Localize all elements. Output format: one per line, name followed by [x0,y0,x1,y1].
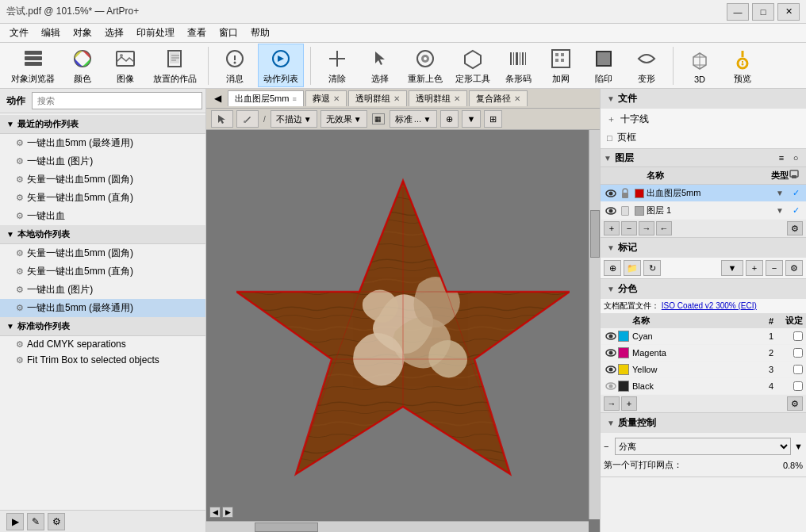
settings-button[interactable]: ⚙ [48,513,65,530]
marks-plus-button[interactable]: + [746,260,763,276]
toolbar-trap[interactable]: 陷印 [584,44,624,86]
marks-minus-button[interactable]: − [766,260,783,276]
horizontal-scroll-thumb[interactable] [255,522,318,532]
sep-profile-link[interactable]: ISO Coated v2 300% (ECI) [662,301,757,310]
tab-close-icon[interactable]: ✕ [333,94,340,103]
quality-section-header[interactable]: ▼ 质量控制 [601,413,806,433]
effects-dropdown[interactable]: 无效果 ▼ [320,110,367,128]
layer-arrow-left-button[interactable]: ← [656,221,672,235]
add-layer-button[interactable]: + [604,221,620,235]
toolbar-select[interactable]: 选择 [360,44,400,86]
marks-folder-button[interactable]: 📁 [624,260,641,276]
layer-print-check[interactable]: ✓ [789,205,803,216]
sep-checkbox[interactable] [793,381,803,391]
section-standard-actions[interactable]: ▼ 标准动作列表 [0,317,205,336]
menu-window[interactable]: 窗口 [213,25,244,41]
tab-compound-path[interactable]: 复合路径 ✕ [469,90,528,106]
pen-tool-button[interactable] [236,110,259,128]
toolbar-color[interactable]: 颜色 [63,44,102,86]
list-item[interactable]: ⚙ 矢量一键出血5mm (圆角) [0,244,205,262]
marks-settings-button[interactable]: ⚙ [785,260,803,276]
menu-file[interactable]: 文件 [3,25,35,41]
list-item[interactable]: ⚙ Fit Trim Box to selected objects [0,352,205,368]
sep-row[interactable]: Black 4 [601,378,806,395]
remove-layer-button[interactable]: − [621,221,637,235]
grid-button[interactable]: ⊞ [484,110,502,128]
sep-arrow-right-button[interactable]: → [604,396,620,411]
toolbar-preview[interactable]: 预览 [723,44,762,86]
toolbar-barcode[interactable]: 条形码 [498,44,538,86]
list-item[interactable]: ⚙ 一键出血 [0,207,205,225]
layer-visibility-toggle[interactable] [604,189,618,197]
list-item[interactable]: ⚙ 一键出血5mm (最终通用) [0,134,205,152]
layer-print-check[interactable]: ✓ [789,188,803,198]
menu-help[interactable]: 帮助 [244,25,276,41]
close-button[interactable]: ✕ [777,3,800,21]
stroke-dropdown[interactable]: 不描边 ▼ [271,110,317,128]
separations-section-header[interactable]: ▼ 分色 [601,279,806,299]
layer-row[interactable]: 图层 1 ▼ ✓ [601,202,806,220]
layer-type-dropdown[interactable]: ▼ [776,189,789,197]
sep-settings-button[interactable]: ⚙ [787,396,803,411]
list-item[interactable]: ⚙ Add CMYK separations [0,336,205,352]
maximize-button[interactable]: □ [752,3,774,21]
marks-add-button[interactable]: ⊕ [604,260,621,276]
search-input[interactable] [32,92,202,109]
minimize-button[interactable]: — [727,3,749,21]
list-item[interactable]: ⚙ 矢量一键出血5mm (直角) [0,262,205,281]
section-local-actions[interactable]: ▼ 本地动作列表 [0,225,205,244]
tab-close-icon[interactable]: ✕ [514,94,520,103]
vertical-scroll-thumb[interactable] [590,210,600,258]
marks-refresh-button[interactable]: ↻ [643,260,661,276]
arrow-tool-button[interactable] [211,110,233,128]
layers-section-header[interactable]: ▼ 图层 ≡ ○ [601,149,806,167]
sep-check-box[interactable] [779,381,803,391]
add-button[interactable]: ⊕ [440,110,459,128]
vertical-scrollbar[interactable] [589,130,600,519]
tab-close-icon[interactable]: ✕ [454,94,460,103]
menu-edit[interactable]: 编辑 [35,25,67,41]
toolbar-messages[interactable]: 消息 [215,44,255,86]
sep-add-button[interactable]: + [621,396,637,411]
toolbar-object-browser[interactable]: 对象浏览器 [6,44,59,86]
nav-right-button[interactable]: ▶ [222,507,233,518]
sep-row[interactable]: Yellow 3 [601,362,806,378]
toolbar-transform[interactable]: 变形 [627,44,666,86]
sep-checkbox[interactable] [793,348,803,358]
sep-checkbox[interactable] [793,365,803,374]
marks-section-header[interactable]: ▼ 标记 [601,238,806,258]
sep-visibility-toggle[interactable] [604,349,618,357]
list-item[interactable]: ⚙ 一键出血 (图片) [0,281,205,299]
layer-type-dropdown[interactable]: ▼ [776,206,789,215]
layer-lock-toggle[interactable] [618,206,632,216]
toolbar-clear[interactable]: 清除 [317,44,357,86]
layers-circle-icon[interactable]: ○ [789,151,803,165]
list-item[interactable]: ⚙ 一键出血5mm (最终通用) [0,299,205,317]
toolbar-screen[interactable]: 加网 [541,44,581,86]
menu-view[interactable]: 查看 [181,25,213,41]
sep-visibility-toggle[interactable] [604,382,618,390]
file-section-header[interactable]: ▼ 文件 [601,89,806,109]
marks-dropdown-button[interactable]: ▼ [721,260,743,276]
menu-prepress[interactable]: 印前处理 [130,25,181,41]
layer-lock-toggle[interactable] [618,188,632,199]
layer-row[interactable]: 出血图层5mm ▼ ✓ [601,185,806,202]
layer-arrow-button[interactable]: → [639,221,654,235]
sep-row[interactable]: Magenta 2 [601,345,806,362]
nav-left-button[interactable]: ◀ [209,507,221,518]
toolbar-image[interactable]: 图像 [106,44,145,86]
sep-visibility-toggle[interactable] [604,332,618,340]
canvas-viewport[interactable]: ◀ ▶ [206,130,600,532]
play-button[interactable]: ▶ [6,513,24,530]
tab-bury[interactable]: 葬退 ✕ [305,90,347,106]
horizontal-scrollbar[interactable] [206,521,589,532]
expand-dropdown[interactable]: ▼ [462,110,482,128]
tab-scroll-left[interactable]: ◀ [209,91,226,105]
menu-select[interactable]: 选择 [98,25,130,41]
toolbar-3d[interactable]: 3D [680,46,720,86]
toolbar-action-list[interactable]: 动作列表 [258,44,304,87]
sep-visibility-toggle[interactable] [604,366,618,373]
sep-check-box[interactable] [779,331,803,341]
sep-checkbox[interactable] [793,331,803,341]
tab-transparent-group-2[interactable]: 透明群组 ✕ [409,90,467,106]
